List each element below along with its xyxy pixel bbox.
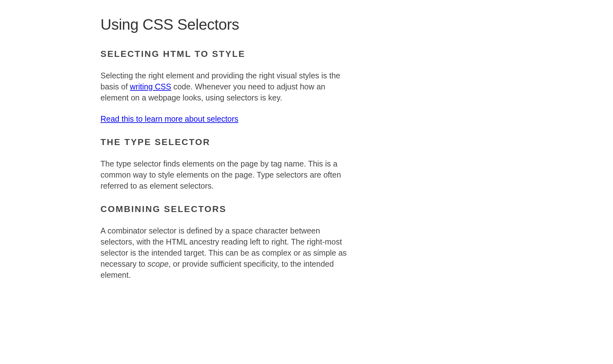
section-paragraph-selecting: Selecting the right element and providin…	[100, 70, 350, 103]
section-heading-combining: COMBINING SELECTORS	[100, 204, 350, 214]
page-title: Using CSS Selectors	[100, 16, 350, 33]
section-paragraph-combining: A combinator selector is defined by a sp…	[100, 225, 350, 281]
document-container: Using CSS Selectors SELECTING HTML TO ST…	[100, 16, 350, 281]
writing-css-link[interactable]: writing CSS	[130, 82, 171, 91]
emphasis-scope: scope	[148, 259, 169, 268]
section-heading-selecting: SELECTING HTML TO STYLE	[100, 49, 350, 59]
standalone-link-paragraph: Read this to learn more about selectors	[100, 113, 350, 124]
section-heading-type-selector: THE TYPE SELECTOR	[100, 137, 350, 147]
learn-more-selectors-link[interactable]: Read this to learn more about selectors	[100, 114, 238, 123]
section-paragraph-type-selector: The type selector finds elements on the …	[100, 158, 350, 191]
